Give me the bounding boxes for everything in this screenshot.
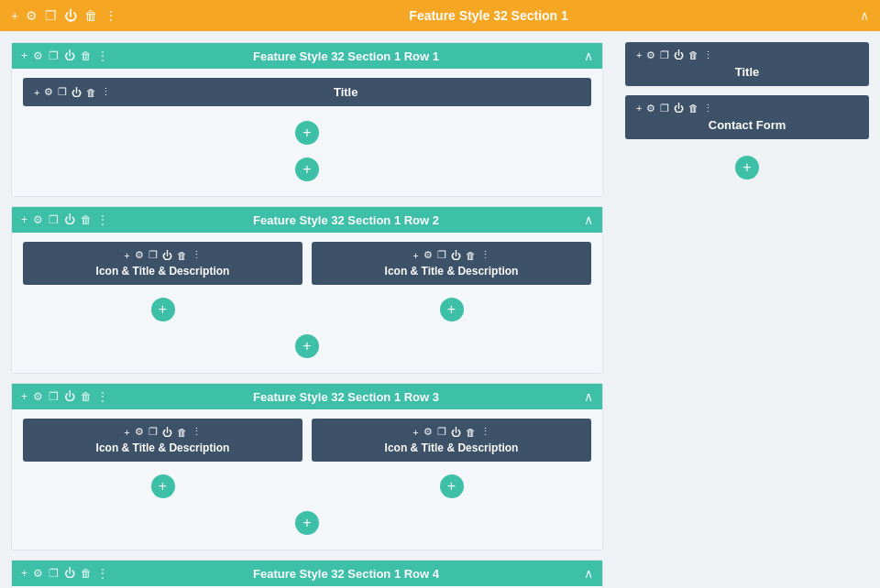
r3b1-delete-icon[interactable]: 🗑 [177,427,187,438]
rt-delete-icon[interactable]: 🗑 [688,49,698,61]
rc-more-icon[interactable]: ⋮ [703,103,713,114]
delete-icon[interactable]: 🗑 [84,8,97,23]
row3-settings-icon[interactable]: ⚙ [33,390,43,403]
r2b1-add-icon[interactable]: + [124,250,129,261]
row1-more-icon[interactable]: ⋮ [97,49,108,62]
row-4-title: Feature Style 32 Section 1 Row 4 [253,567,439,581]
r2b1-duplicate-icon[interactable]: ❐ [148,249,158,261]
rt-power-icon[interactable]: ⏻ [674,49,684,61]
row1-delete-icon[interactable]: 🗑 [81,49,92,62]
tb-settings-icon[interactable]: ⚙ [44,86,53,98]
rt-duplicate-icon[interactable]: ❐ [660,49,669,61]
row3-col2-add-button[interactable]: + [440,474,464,498]
add-icon[interactable]: + [11,8,18,23]
title-block[interactable]: + ⚙ ❐ ⏻ 🗑 ⋮ Title [23,78,591,106]
tb-add-icon[interactable]: + [34,87,39,98]
row4-duplicate-icon[interactable]: ❐ [49,567,59,580]
rc-duplicate-icon[interactable]: ❐ [660,103,669,114]
row4-delete-icon[interactable]: 🗑 [81,567,92,580]
row2-col1-add-button[interactable]: + [151,298,175,321]
row2-duplicate-icon[interactable]: ❐ [49,213,59,226]
row4-more-icon[interactable]: ⋮ [97,567,108,580]
row2-more-icon[interactable]: ⋮ [97,213,108,226]
row2-settings-icon[interactable]: ⚙ [33,213,43,226]
row2-block-2[interactable]: + ⚙ ❐ ⏻ 🗑 ⋮ Icon & Title & Description [312,242,591,285]
row2-delete-icon[interactable]: 🗑 [81,213,92,226]
r2b2-power-icon[interactable]: ⏻ [451,250,461,261]
r3b2-add-icon[interactable]: + [412,427,418,438]
r3b2-delete-icon[interactable]: 🗑 [466,427,476,438]
row3-block1-icons: + ⚙ ❐ ⏻ 🗑 ⋮ [124,426,201,438]
rt-settings-icon[interactable]: ⚙ [646,49,655,61]
row4-settings-icon[interactable]: ⚙ [33,567,43,580]
row3-add-row-button[interactable]: + [295,511,319,535]
r3b1-settings-icon[interactable]: ⚙ [135,426,144,438]
r2b2-duplicate-icon[interactable]: ❐ [437,249,446,261]
r3b1-power-icon[interactable]: ⏻ [162,427,172,438]
duplicate-icon[interactable]: ❐ [45,8,57,23]
r2b1-delete-icon[interactable]: 🗑 [177,250,187,261]
row3-power-icon[interactable]: ⏻ [64,390,75,403]
collapse-icon[interactable]: ∧ [860,8,869,23]
rc-power-icon[interactable]: ⏻ [674,103,684,114]
row3-more-icon[interactable]: ⋮ [97,390,108,403]
tb-delete-icon[interactable]: 🗑 [86,87,96,98]
row1-add-row-button[interactable]: + [295,158,319,181]
power-icon[interactable]: ⏻ [64,8,77,23]
rc-settings-icon[interactable]: ⚙ [646,103,655,114]
r3b1-duplicate-icon[interactable]: ❐ [148,426,158,438]
r3b1-add-icon[interactable]: + [124,427,129,438]
row1-collapse-icon[interactable]: ∧ [584,49,593,63]
row2-col2-add-btn: + [440,290,464,327]
row3-block2-label: Icon & Title & Description [385,441,519,454]
right-add-button[interactable]: + [735,156,759,180]
row4-power-icon[interactable]: ⏻ [64,567,75,580]
r2b1-more-icon[interactable]: ⋮ [192,249,202,261]
row2-power-icon[interactable]: ⏻ [64,213,75,226]
row2-collapse-icon[interactable]: ∧ [584,212,593,227]
row3-duplicate-icon[interactable]: ❐ [49,390,59,403]
row3-col1-add-button[interactable]: + [151,474,175,498]
r2b2-more-icon[interactable]: ⋮ [480,249,490,261]
r3b2-more-icon[interactable]: ⋮ [480,426,490,438]
rt-more-icon[interactable]: ⋮ [703,49,713,61]
rc-delete-icon[interactable]: 🗑 [688,103,698,114]
row2-block-1[interactable]: + ⚙ ❐ ⏻ 🗑 ⋮ Icon & Title & Description [23,242,302,285]
settings-icon[interactable]: ⚙ [26,8,38,23]
tb-duplicate-icon[interactable]: ❐ [58,86,67,98]
row1-add-element-button[interactable]: + [295,121,319,145]
rc-add-icon[interactable]: + [636,103,642,114]
r3b2-settings-icon[interactable]: ⚙ [424,426,433,438]
row4-add-icon[interactable]: + [21,567,28,580]
row4-collapse-icon[interactable]: ∧ [584,566,593,581]
row1-duplicate-icon[interactable]: ❐ [49,49,59,62]
row3-block-2[interactable]: + ⚙ ❐ ⏻ 🗑 ⋮ Icon & Title & Description [312,419,591,462]
row1-settings-icon[interactable]: ⚙ [33,49,43,62]
row2-add-row-button[interactable]: + [295,334,319,358]
row3-block-1[interactable]: + ⚙ ❐ ⏻ 🗑 ⋮ Icon & Title & Description [23,419,302,462]
tb-power-icon[interactable]: ⏻ [72,87,82,98]
row1-power-icon[interactable]: ⏻ [64,49,75,62]
r3b1-more-icon[interactable]: ⋮ [192,426,202,438]
r3b2-power-icon[interactable]: ⏻ [451,427,461,438]
right-contact-block-top: + ⚙ ❐ ⏻ 🗑 ⋮ [636,103,858,114]
right-title-block[interactable]: + ⚙ ❐ ⏻ 🗑 ⋮ Title [625,42,869,86]
row-section-4: + ⚙ ❐ ⏻ 🗑 ⋮ Feature Style 32 Section 1 R… [11,560,603,588]
tb-more-icon[interactable]: ⋮ [101,86,111,98]
r3b2-duplicate-icon[interactable]: ❐ [437,426,446,438]
r2b1-power-icon[interactable]: ⏻ [162,250,172,261]
more-icon[interactable]: ⋮ [104,8,117,23]
row3-delete-icon[interactable]: 🗑 [81,390,92,403]
row1-add-icon[interactable]: + [21,49,28,62]
row3-add-icon[interactable]: + [21,390,28,403]
row2-col2-add-button[interactable]: + [440,298,464,321]
right-contact-icons: + ⚙ ❐ ⏻ 🗑 ⋮ [636,103,713,114]
row3-collapse-icon[interactable]: ∧ [584,389,593,404]
r2b2-add-icon[interactable]: + [412,250,418,261]
rt-add-icon[interactable]: + [636,49,642,61]
right-contact-block[interactable]: + ⚙ ❐ ⏻ 🗑 ⋮ Contact Form [625,95,869,139]
r2b1-settings-icon[interactable]: ⚙ [135,249,144,261]
r2b2-settings-icon[interactable]: ⚙ [424,249,433,261]
r2b2-delete-icon[interactable]: 🗑 [466,250,476,261]
row2-add-icon[interactable]: + [21,213,28,226]
